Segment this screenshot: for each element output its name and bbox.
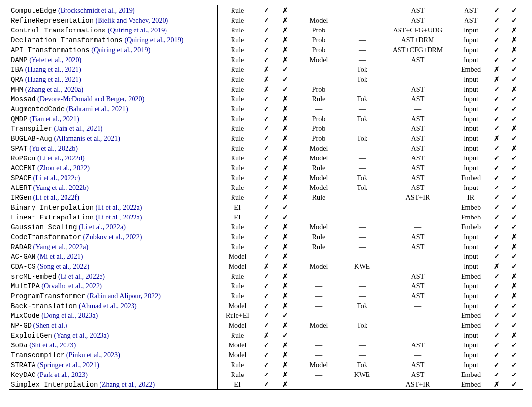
citation-link[interactable]: (Orvalho et al., 2022) [41, 282, 102, 290]
col-6: AST [381, 5, 454, 16]
method-cell: ComputeEdge (Brockschmidt et al., 2019) [9, 5, 218, 16]
citation-link[interactable]: (Dong et al., 2023a) [41, 312, 98, 319]
cross-icon [282, 351, 288, 359]
col-8 [488, 291, 505, 301]
cross-icon [511, 272, 517, 280]
cross-icon [282, 174, 288, 182]
col-1: Rule [218, 124, 258, 133]
method-name: AC-GAN [11, 253, 35, 261]
col-6: — [381, 251, 454, 261]
citation-link[interactable]: (Song et al., 2022) [37, 262, 89, 270]
col-4: — [295, 350, 343, 360]
citation-link[interactable]: (Zhou et al., 2022) [37, 164, 90, 172]
table-row: Declaration Transformations (Quiring et … [9, 35, 523, 45]
check-icon [264, 174, 269, 182]
col-9 [505, 94, 523, 104]
col-8 [488, 202, 505, 212]
col-6: AST [381, 124, 454, 133]
citation-link[interactable]: (Park et al., 2023) [37, 371, 88, 378]
col-5: — [343, 242, 381, 251]
citation-link[interactable]: (Yefet et al., 2020) [29, 56, 81, 63]
citation-link[interactable]: (Zhang et al., 2022) [100, 380, 155, 388]
citation-link[interactable]: (Brockschmidt et al., 2019) [58, 6, 135, 14]
citation-link[interactable]: (Bielik and Vechev, 2020) [96, 16, 168, 24]
check-icon [511, 321, 517, 329]
citation-link[interactable]: (Shen et al.) [33, 321, 67, 329]
col-5: — [343, 232, 381, 242]
col-1: Rule [218, 74, 258, 84]
col-9 [505, 74, 523, 84]
col-7: Input [454, 114, 488, 124]
citation-link[interactable]: (Ahmad et al., 2023) [79, 302, 137, 310]
check-icon [511, 203, 517, 211]
col-1: Rule [218, 25, 258, 35]
citation-link[interactable]: (Allamanis et al., 2021) [54, 134, 120, 142]
col-7: Embed [454, 173, 488, 183]
col-4: Rule [295, 94, 343, 104]
check-icon [264, 371, 269, 378]
col-2 [257, 104, 276, 114]
citation-link[interactable]: (Mi et al., 2021) [37, 252, 83, 260]
method-name: IRGen [11, 194, 32, 202]
check-icon [264, 292, 269, 300]
col-8 [488, 163, 505, 173]
col-5: Tok [343, 133, 381, 143]
citation-link[interactable]: (Zhang et al., 2020a) [25, 85, 84, 93]
col-2 [257, 25, 276, 35]
citation-link[interactable]: (Li et al., 2022a) [96, 203, 142, 211]
col-6: AST [381, 114, 454, 124]
check-icon [494, 46, 499, 54]
citation-link[interactable]: (Springer et al., 2021) [37, 361, 99, 369]
check-icon [494, 6, 499, 14]
citation-link[interactable]: (Huang et al., 2021) [25, 65, 81, 73]
col-4: — [295, 104, 343, 114]
col-9 [505, 330, 523, 340]
check-icon [494, 223, 499, 231]
citation-link[interactable]: (Quiring et al., 2019) [108, 26, 167, 34]
citation-link[interactable]: (Yu et al., 2022b) [29, 144, 78, 152]
citation-link[interactable]: (Huang et al., 2021) [25, 75, 81, 83]
citation-link[interactable]: (Li et al., 2022d) [37, 154, 85, 162]
method-name: Transpiler [11, 125, 52, 133]
citation-link[interactable]: (Yang et al., 2022b) [33, 184, 89, 191]
citation-link[interactable]: (Li et al., 2022a) [79, 223, 126, 231]
citation-link[interactable]: (Li et al., 2022e) [58, 272, 105, 280]
check-icon [494, 321, 499, 329]
col-6: AST [381, 370, 454, 379]
citation-link[interactable]: (Yang et al., 2022a) [33, 243, 89, 250]
citation-link[interactable]: (Pinku et al., 2023) [66, 351, 120, 359]
citation-link[interactable]: (Tian et al., 2021) [29, 115, 79, 123]
col-7: Input [454, 163, 488, 173]
citation-link[interactable]: (Yang et al., 2023a) [54, 331, 109, 339]
citation-link[interactable]: (Rabin and Alipour, 2022) [87, 292, 161, 300]
citation-link[interactable]: (Li et al., 2022c) [33, 174, 80, 182]
method-name: ALERT [11, 184, 32, 192]
col-1: Rule [218, 271, 258, 281]
col-5: — [343, 222, 381, 232]
col-6: AST [381, 271, 454, 281]
citation-link[interactable]: (Quiring et al., 2019) [124, 36, 183, 44]
citation-link[interactable]: (Quiring et al., 2019) [91, 46, 150, 54]
col-4: Rule [295, 232, 343, 242]
check-icon [494, 302, 499, 310]
col-3 [276, 370, 295, 379]
method-name: Linear Extrapolation [11, 214, 94, 221]
cross-icon [282, 361, 288, 369]
col-3 [276, 202, 295, 212]
citation-link[interactable]: (Bahrami et al., 2021) [66, 105, 128, 113]
col-1: Rule [218, 242, 258, 251]
col-1: Rule [218, 222, 258, 232]
citation-link[interactable]: (Zubkov et al., 2022) [83, 233, 142, 241]
citation-link[interactable]: (Li et al., 2022f) [33, 193, 79, 201]
citation-link[interactable]: (Shi et al., 2023) [29, 341, 76, 349]
col-6: AST+DRM [381, 35, 454, 45]
col-8 [488, 232, 505, 242]
citation-link[interactable]: (Jain et al., 2021) [54, 125, 103, 132]
col-7: AST [454, 15, 488, 25]
citation-link[interactable]: (Li et al., 2022a) [96, 213, 142, 221]
col-2 [257, 212, 276, 222]
method-name: MixCode [11, 312, 40, 320]
citation-link[interactable]: (Devore-McDonald and Berger, 2020) [37, 95, 144, 103]
col-4: Model [295, 261, 343, 271]
col-8 [488, 271, 505, 281]
